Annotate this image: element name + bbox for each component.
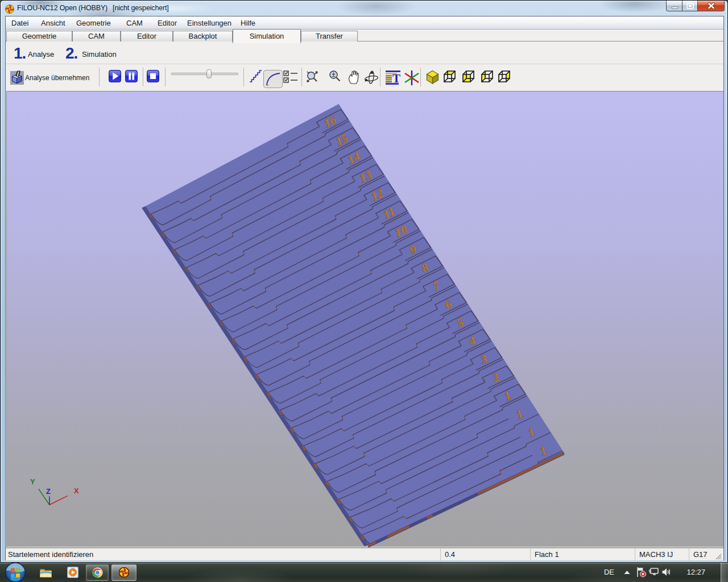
svg-text:T: T: [392, 72, 400, 85]
svg-text:Z: Z: [46, 487, 51, 496]
svg-text:Y: Y: [30, 477, 35, 486]
svg-text:X: X: [74, 487, 79, 495]
